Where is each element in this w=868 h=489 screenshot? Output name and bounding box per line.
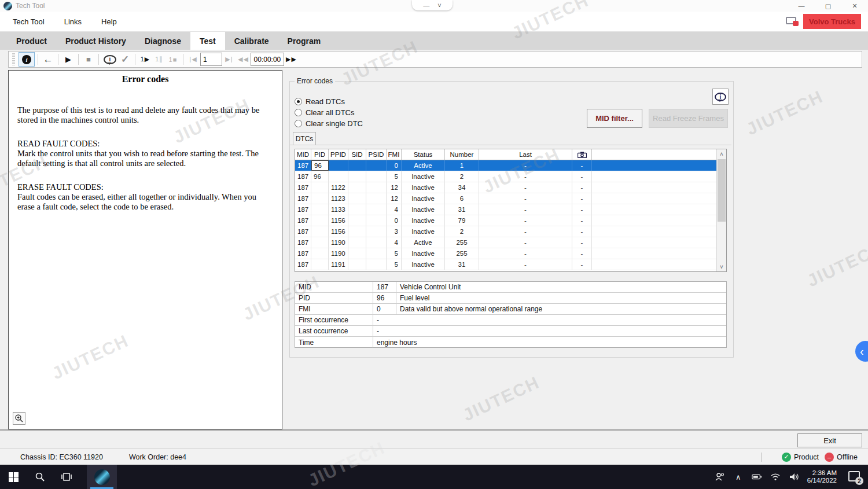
zoom-tool-button[interactable] — [13, 412, 25, 425]
menu-help[interactable]: Help — [94, 15, 124, 28]
tab-product-history[interactable]: Product History — [56, 32, 135, 50]
column-header-sid[interactable]: SID — [348, 149, 366, 160]
table-cell: 1190 — [329, 237, 348, 248]
stop-button[interactable]: ■ — [82, 53, 95, 66]
check-button[interactable]: ✓ — [118, 53, 132, 66]
menu-links[interactable]: Links — [57, 15, 89, 28]
column-header-last[interactable]: Last — [479, 149, 572, 160]
tab-program[interactable]: Program — [278, 32, 330, 50]
table-row[interactable]: 187112212Inactive34-- — [295, 182, 726, 193]
battery-icon[interactable] — [752, 472, 762, 482]
mid-filter-button[interactable]: MID filter... — [587, 109, 642, 128]
column-header-fmi[interactable]: FMI — [387, 149, 402, 160]
pill-minimize-icon[interactable]: — — [423, 2, 429, 9]
column-header-psid[interactable]: PSID — [366, 149, 387, 160]
table-scrollbar[interactable]: ˄ ˅ — [716, 149, 726, 271]
tab-product[interactable]: Product — [7, 32, 56, 50]
detail-value: - — [373, 326, 726, 336]
run-info-toggle-icon[interactable]: i — [19, 52, 35, 67]
table-cell: 187 — [295, 160, 311, 171]
watermark: JIUTECH — [804, 238, 868, 291]
minimize-button[interactable]: — — [788, 0, 815, 12]
radio-clear-all-dtcs[interactable]: Clear all DTCs — [295, 108, 355, 117]
wifi-icon[interactable] — [770, 472, 781, 482]
viewer-pill: — ˅ — [412, 0, 453, 10]
notification-center-button[interactable]: 2 — [848, 471, 862, 483]
table-cell: 187 — [295, 237, 311, 248]
exit-button[interactable]: Exit — [797, 433, 862, 447]
table-cell — [348, 182, 366, 193]
table-row[interactable]: 187960Active1-- — [295, 160, 726, 171]
skip-to-end-button[interactable]: ▶| — [222, 53, 236, 66]
column-header-status[interactable]: Status — [402, 149, 445, 160]
comm-unit-icon — [786, 17, 799, 26]
dtc-table: MIDPIDPPIDSIDPSIDFMIStatusNumberLast1879… — [295, 149, 727, 272]
table-cell: 5 — [387, 259, 402, 270]
table-cell: - — [572, 259, 592, 270]
table-cell: 187 — [295, 193, 311, 204]
taskbar-clock[interactable]: 2:36 AM 6/14/2022 — [807, 469, 837, 484]
table-cell: 96 — [311, 171, 329, 182]
volume-icon[interactable] — [789, 472, 799, 482]
table-cell: Inactive — [402, 193, 445, 204]
pill-chevron-icon[interactable]: ˅ — [437, 2, 441, 9]
offline-icon: – — [825, 453, 834, 462]
back-arrow-button[interactable]: ← — [41, 53, 55, 66]
table-cell: 31 — [445, 259, 479, 270]
table-cell: Inactive — [402, 171, 445, 182]
column-header-pid[interactable]: PID — [311, 149, 329, 160]
step-pause-button[interactable]: 1∥ — [152, 53, 166, 66]
taskbar-tech-tool-button[interactable] — [87, 465, 117, 489]
play-button[interactable]: ▶ — [61, 53, 75, 66]
tab-test[interactable]: Test — [190, 32, 225, 50]
table-row[interactable]: 187112312Inactive6-- — [295, 193, 726, 204]
table-cell — [311, 193, 329, 204]
taskbar-search-button[interactable] — [27, 465, 53, 489]
tab-dtcs[interactable]: DTCs — [293, 132, 316, 145]
fast-forward-button[interactable]: ▶▶ — [284, 53, 299, 66]
radio-read-dtcs[interactable]: Read DTCs — [295, 97, 345, 106]
tab-calibrate[interactable]: Calibrate — [225, 32, 278, 50]
table-row[interactable]: 18711915Inactive31-- — [295, 259, 726, 270]
camera-column-header[interactable] — [572, 149, 592, 160]
tab-diagnose[interactable]: Diagnose — [135, 32, 190, 50]
close-button[interactable]: ✕ — [841, 0, 868, 12]
table-cell — [348, 259, 366, 270]
side-panel-handle[interactable]: ‹ — [855, 341, 868, 362]
start-button[interactable] — [0, 465, 27, 489]
column-header-ppid[interactable]: PPID — [329, 149, 348, 160]
table-row[interactable]: 18711563Inactive2-- — [295, 226, 726, 237]
tray-chevron-icon[interactable]: ∧ — [733, 472, 744, 482]
step-stop-button[interactable]: 1■ — [166, 53, 180, 66]
step-input[interactable] — [200, 53, 222, 66]
info-balloon-icon[interactable]: i — [102, 53, 118, 66]
people-icon[interactable] — [715, 472, 725, 482]
column-header-number[interactable]: Number — [445, 149, 479, 160]
product-status-label: Product — [794, 453, 819, 461]
detail-row: PID96Fuel level — [295, 293, 726, 304]
table-cell: 1156 — [329, 215, 348, 226]
table-row[interactable]: 18711904Active255-- — [295, 237, 726, 248]
volvo-trucks-button[interactable]: Volvo Trucks — [803, 14, 861, 29]
table-row[interactable]: 18711560Inactive79-- — [295, 215, 726, 226]
table-cell: 187 — [295, 215, 311, 226]
skip-to-start-button[interactable]: |◀ — [186, 53, 200, 66]
scroll-up-icon[interactable]: ˄ — [717, 149, 726, 159]
step-play-button[interactable]: 1▶ — [138, 53, 152, 66]
maximize-button[interactable]: ▢ — [815, 0, 841, 12]
table-cell — [348, 215, 366, 226]
toolbar-separator — [183, 54, 183, 65]
table-row[interactable]: 18711334Inactive31-- — [295, 204, 726, 215]
radio-clear-single-dtc[interactable]: Clear single DTC — [295, 119, 363, 128]
table-row[interactable]: 18711905Inactive255-- — [295, 248, 726, 259]
table-cell: - — [479, 160, 572, 171]
scroll-down-icon[interactable]: ˅ — [717, 262, 726, 271]
info-button[interactable]: i — [712, 89, 729, 105]
rewind-button[interactable]: ◀◀ — [236, 53, 251, 66]
scroll-thumb[interactable] — [718, 159, 726, 222]
column-header-mid[interactable]: MID — [295, 149, 311, 160]
menu-tech-tool[interactable]: Tech Tool — [6, 15, 52, 28]
table-row[interactable]: 187965Inactive2-- — [295, 171, 726, 182]
time-display[interactable]: 00:00:00 — [251, 53, 284, 66]
task-view-button[interactable] — [53, 465, 80, 489]
